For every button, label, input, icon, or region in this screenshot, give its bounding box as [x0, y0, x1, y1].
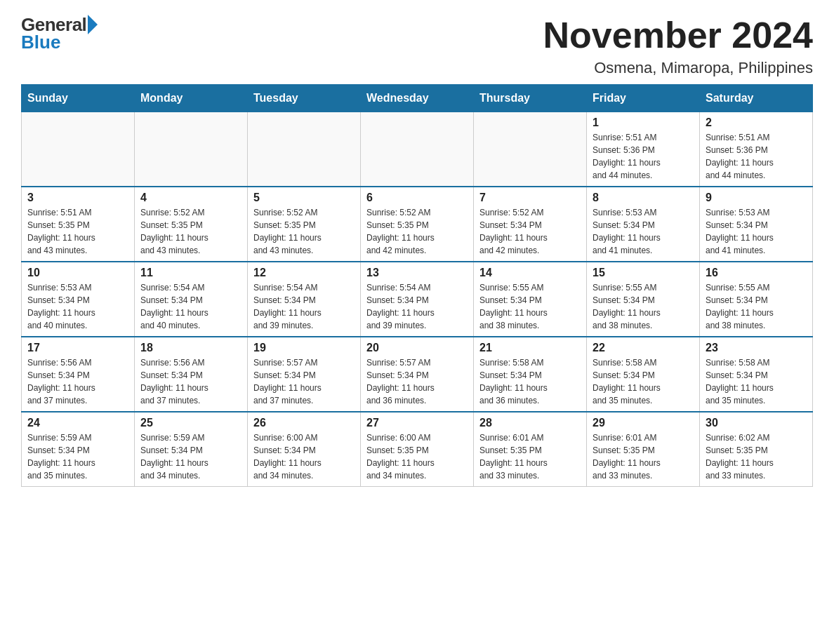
calendar-header-thursday: Thursday: [474, 85, 587, 112]
calendar-cell: 19Sunrise: 5:57 AM Sunset: 5:34 PM Dayli…: [248, 337, 361, 412]
calendar-cell: [135, 112, 248, 187]
calendar-cell: 2Sunrise: 5:51 AM Sunset: 5:36 PM Daylig…: [700, 112, 813, 187]
day-number: 11: [140, 267, 241, 279]
day-number: 23: [706, 342, 807, 354]
day-number: 26: [253, 417, 355, 429]
calendar-cell: 21Sunrise: 5:58 AM Sunset: 5:34 PM Dayli…: [474, 337, 587, 412]
calendar-header-sunday: Sunday: [22, 85, 135, 112]
day-number: 9: [706, 192, 807, 204]
logo-blue-text: Blue: [21, 32, 60, 53]
calendar-cell: 15Sunrise: 5:55 AM Sunset: 5:34 PM Dayli…: [587, 262, 700, 337]
calendar-week-row: 24Sunrise: 5:59 AM Sunset: 5:34 PM Dayli…: [22, 412, 813, 487]
calendar-header-monday: Monday: [135, 85, 248, 112]
calendar-cell: 22Sunrise: 5:58 AM Sunset: 5:34 PM Dayli…: [587, 337, 700, 412]
calendar-cell: [248, 112, 361, 187]
calendar-cell: [22, 112, 135, 187]
day-number: 3: [27, 192, 128, 204]
calendar-cell: 12Sunrise: 5:54 AM Sunset: 5:34 PM Dayli…: [248, 262, 361, 337]
day-info: Sunrise: 5:52 AM Sunset: 5:35 PM Dayligh…: [253, 206, 355, 257]
day-info: Sunrise: 5:52 AM Sunset: 5:34 PM Dayligh…: [479, 206, 581, 257]
day-number: 13: [366, 267, 468, 279]
calendar-cell: 1Sunrise: 5:51 AM Sunset: 5:36 PM Daylig…: [587, 112, 700, 187]
day-number: 12: [253, 267, 355, 279]
day-info: Sunrise: 5:52 AM Sunset: 5:35 PM Dayligh…: [366, 206, 468, 257]
calendar-cell: 11Sunrise: 5:54 AM Sunset: 5:34 PM Dayli…: [135, 262, 248, 337]
day-info: Sunrise: 6:00 AM Sunset: 5:34 PM Dayligh…: [253, 431, 355, 482]
calendar-cell: 6Sunrise: 5:52 AM Sunset: 5:35 PM Daylig…: [361, 187, 474, 262]
day-info: Sunrise: 5:54 AM Sunset: 5:34 PM Dayligh…: [140, 281, 241, 332]
calendar-cell: 23Sunrise: 5:58 AM Sunset: 5:34 PM Dayli…: [700, 337, 813, 412]
day-number: 1: [593, 116, 694, 129]
day-number: 22: [593, 342, 694, 354]
day-info: Sunrise: 5:53 AM Sunset: 5:34 PM Dayligh…: [593, 206, 694, 257]
calendar-cell: 28Sunrise: 6:01 AM Sunset: 5:35 PM Dayli…: [474, 412, 587, 487]
day-info: Sunrise: 6:02 AM Sunset: 5:35 PM Dayligh…: [706, 431, 807, 482]
calendar-cell: 14Sunrise: 5:55 AM Sunset: 5:34 PM Dayli…: [474, 262, 587, 337]
calendar-header-saturday: Saturday: [700, 85, 813, 112]
day-number: 30: [706, 417, 807, 429]
day-info: Sunrise: 6:00 AM Sunset: 5:35 PM Dayligh…: [366, 431, 468, 482]
calendar-cell: 24Sunrise: 5:59 AM Sunset: 5:34 PM Dayli…: [22, 412, 135, 487]
calendar-cell: 18Sunrise: 5:56 AM Sunset: 5:34 PM Dayli…: [135, 337, 248, 412]
location-title: Osmena, Mimaropa, Philippines: [543, 59, 813, 77]
day-info: Sunrise: 5:54 AM Sunset: 5:34 PM Dayligh…: [253, 281, 355, 332]
calendar-cell: 4Sunrise: 5:52 AM Sunset: 5:35 PM Daylig…: [135, 187, 248, 262]
day-info: Sunrise: 5:58 AM Sunset: 5:34 PM Dayligh…: [593, 356, 694, 407]
day-number: 5: [253, 192, 355, 204]
calendar-cell: 8Sunrise: 5:53 AM Sunset: 5:34 PM Daylig…: [587, 187, 700, 262]
day-number: 21: [479, 342, 581, 354]
calendar-cell: 7Sunrise: 5:52 AM Sunset: 5:34 PM Daylig…: [474, 187, 587, 262]
day-info: Sunrise: 6:01 AM Sunset: 5:35 PM Dayligh…: [479, 431, 581, 482]
calendar-week-row: 17Sunrise: 5:56 AM Sunset: 5:34 PM Dayli…: [22, 337, 813, 412]
day-info: Sunrise: 5:58 AM Sunset: 5:34 PM Dayligh…: [706, 356, 807, 407]
day-number: 14: [479, 267, 581, 279]
day-info: Sunrise: 5:55 AM Sunset: 5:34 PM Dayligh…: [479, 281, 581, 332]
day-info: Sunrise: 5:56 AM Sunset: 5:34 PM Dayligh…: [27, 356, 128, 407]
calendar-cell: [474, 112, 587, 187]
day-number: 2: [706, 116, 807, 129]
calendar-cell: 17Sunrise: 5:56 AM Sunset: 5:34 PM Dayli…: [22, 337, 135, 412]
logo: General Blue: [21, 14, 98, 53]
day-number: 24: [27, 417, 128, 429]
calendar-cell: [361, 112, 474, 187]
calendar-header-row: SundayMondayTuesdayWednesdayThursdayFrid…: [22, 85, 813, 112]
calendar-cell: 27Sunrise: 6:00 AM Sunset: 5:35 PM Dayli…: [361, 412, 474, 487]
logo-triangle-icon: [88, 15, 98, 34]
day-info: Sunrise: 5:59 AM Sunset: 5:34 PM Dayligh…: [140, 431, 241, 482]
title-section: November 2024 Osmena, Mimaropa, Philippi…: [543, 14, 813, 77]
calendar-cell: 10Sunrise: 5:53 AM Sunset: 5:34 PM Dayli…: [22, 262, 135, 337]
calendar-cell: 25Sunrise: 5:59 AM Sunset: 5:34 PM Dayli…: [135, 412, 248, 487]
day-number: 18: [140, 342, 241, 354]
day-number: 29: [593, 417, 694, 429]
day-info: Sunrise: 5:51 AM Sunset: 5:36 PM Dayligh…: [593, 131, 694, 182]
day-info: Sunrise: 5:53 AM Sunset: 5:34 PM Dayligh…: [706, 206, 807, 257]
calendar-cell: 29Sunrise: 6:01 AM Sunset: 5:35 PM Dayli…: [587, 412, 700, 487]
day-number: 20: [366, 342, 468, 354]
day-number: 4: [140, 192, 241, 204]
day-info: Sunrise: 5:51 AM Sunset: 5:36 PM Dayligh…: [706, 131, 807, 182]
page-header: General Blue November 2024 Osmena, Mimar…: [21, 14, 813, 77]
calendar-header-friday: Friday: [587, 85, 700, 112]
day-number: 10: [27, 267, 128, 279]
day-number: 25: [140, 417, 241, 429]
day-info: Sunrise: 5:58 AM Sunset: 5:34 PM Dayligh…: [479, 356, 581, 407]
calendar-week-row: 3Sunrise: 5:51 AM Sunset: 5:35 PM Daylig…: [22, 187, 813, 262]
calendar-week-row: 1Sunrise: 5:51 AM Sunset: 5:36 PM Daylig…: [22, 112, 813, 187]
day-info: Sunrise: 5:55 AM Sunset: 5:34 PM Dayligh…: [706, 281, 807, 332]
day-number: 7: [479, 192, 581, 204]
day-info: Sunrise: 5:52 AM Sunset: 5:35 PM Dayligh…: [140, 206, 241, 257]
day-number: 6: [366, 192, 468, 204]
day-info: Sunrise: 5:51 AM Sunset: 5:35 PM Dayligh…: [27, 206, 128, 257]
day-number: 17: [27, 342, 128, 354]
calendar-cell: 16Sunrise: 5:55 AM Sunset: 5:34 PM Dayli…: [700, 262, 813, 337]
calendar-cell: 13Sunrise: 5:54 AM Sunset: 5:34 PM Dayli…: [361, 262, 474, 337]
day-info: Sunrise: 6:01 AM Sunset: 5:35 PM Dayligh…: [593, 431, 694, 482]
day-info: Sunrise: 5:56 AM Sunset: 5:34 PM Dayligh…: [140, 356, 241, 407]
month-title: November 2024: [543, 14, 813, 56]
calendar-week-row: 10Sunrise: 5:53 AM Sunset: 5:34 PM Dayli…: [22, 262, 813, 337]
day-info: Sunrise: 5:54 AM Sunset: 5:34 PM Dayligh…: [366, 281, 468, 332]
day-number: 15: [593, 267, 694, 279]
calendar-cell: 26Sunrise: 6:00 AM Sunset: 5:34 PM Dayli…: [248, 412, 361, 487]
day-number: 27: [366, 417, 468, 429]
day-info: Sunrise: 5:59 AM Sunset: 5:34 PM Dayligh…: [27, 431, 128, 482]
